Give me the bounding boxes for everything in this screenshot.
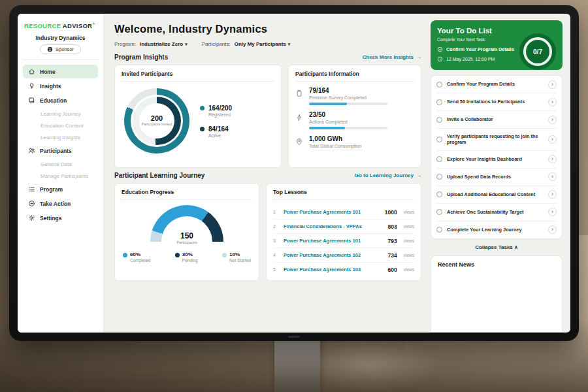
- check-more-insights-link[interactable]: Check More Insights →: [363, 54, 421, 60]
- education-legend: 60% Completed 30% Pending: [122, 252, 252, 263]
- legend-dot: [175, 253, 180, 257]
- todo-task[interactable]: Send 50 Invitations to Participants ›: [436, 93, 557, 111]
- survey-progress-bar: [309, 103, 387, 105]
- lesson-views-word: views: [404, 253, 414, 257]
- stat-actions: 23/50 Actions Completed: [295, 111, 414, 129]
- task-checkbox[interactable]: [436, 117, 442, 123]
- todo-task[interactable]: Complete Your Learning Journey ›: [436, 221, 557, 238]
- task-checkbox[interactable]: [436, 174, 442, 180]
- invited-participants-card: Invited Participants 200 Participants In…: [114, 65, 282, 168]
- sidebar-item-learning-journey[interactable]: Learning Journey: [23, 108, 98, 120]
- task-checkbox[interactable]: [436, 82, 442, 88]
- todo-task[interactable]: Verify participants requesting to join t…: [436, 129, 557, 151]
- list-icon: [28, 186, 35, 193]
- lesson-link[interactable]: Financial Considerations - VPPAs: [284, 223, 383, 229]
- todo-task[interactable]: Invite a Collaborator ›: [436, 111, 557, 129]
- legend-completed: 60% Completed: [123, 252, 150, 263]
- sidebar-item-participants[interactable]: Participants: [23, 144, 98, 157]
- chevron-right-icon[interactable]: ›: [548, 135, 557, 144]
- chevron-right-icon[interactable]: ›: [548, 225, 557, 234]
- lesson-link[interactable]: Power Purchase Agreements 102: [284, 252, 383, 258]
- sponsor-icon: [47, 46, 53, 52]
- todo-task[interactable]: Upload Spend Data Records ›: [436, 169, 557, 186]
- lesson-link[interactable]: Power Purchase Agreements 101: [284, 209, 380, 215]
- card-title: Top Lessons: [273, 189, 414, 200]
- lesson-link[interactable]: Power Purchase Agreements 103: [284, 267, 383, 272]
- sidebar-item-education-content[interactable]: Education Content: [23, 120, 98, 131]
- participants-filter-label: Participants:: [202, 41, 231, 47]
- task-checkbox[interactable]: [436, 137, 442, 142]
- lesson-row: 4 Power Purchase Agreements 102 734 view…: [273, 248, 414, 263]
- lesson-link[interactable]: Power Purchase Agreements 101: [284, 238, 383, 244]
- todo-task[interactable]: Upload Additional Educational Content ›: [436, 186, 557, 204]
- todo-due-label: 12 May 2025, 12:00 PM: [446, 57, 495, 61]
- lesson-views-word: views: [404, 267, 414, 272]
- chevron-down-icon: ▾: [288, 42, 291, 47]
- chevron-right-icon[interactable]: ›: [548, 190, 557, 199]
- sidebar-item-general-data[interactable]: General Data: [23, 158, 98, 170]
- lesson-row: 5 Power Purchase Agreements 103 600 view…: [273, 263, 414, 276]
- sidebar-item-education[interactable]: Education: [23, 93, 98, 107]
- todo-task[interactable]: Explore Your Insights Dashboard ›: [436, 151, 557, 169]
- chevron-right-icon[interactable]: ›: [548, 172, 557, 181]
- sidebar-item-home[interactable]: Home: [23, 65, 98, 78]
- actions-progress-bar: [309, 127, 387, 129]
- sidebar-item-take-action[interactable]: Take Action: [23, 197, 98, 210]
- clipboard-icon: [295, 87, 304, 105]
- participants-information-card: Participants Information 79/164 Emission…: [288, 65, 421, 168]
- location-pin-icon: [295, 135, 304, 151]
- sidebar-item-manage-participants[interactable]: Manage Participants: [23, 170, 98, 182]
- chevron-right-icon[interactable]: ›: [548, 155, 557, 163]
- gauge-value: 150: [150, 231, 223, 240]
- org-name: Industry Dynamics: [23, 35, 98, 41]
- legend-registered: 164/200 Registered: [200, 105, 232, 117]
- legend-value: 30%: [182, 252, 198, 257]
- sidebar-item-learning-insights[interactable]: Learning Insights: [23, 131, 98, 143]
- task-label: Upload Spend Data Records: [447, 174, 544, 180]
- sidebar-nav: Home Insights Education Learning Journey…: [23, 65, 98, 225]
- task-label: Explore Your Insights Dashboard: [447, 156, 544, 163]
- task-checkbox[interactable]: [436, 209, 442, 215]
- sidebar: RESOURCE ADVISOR+ Industry Dynamics Spon…: [18, 14, 104, 333]
- participants-select[interactable]: Only My Participants ▾: [235, 41, 291, 47]
- sidebar-item-settings[interactable]: Settings: [23, 211, 98, 225]
- stat-label: Actions Completed: [309, 120, 387, 124]
- task-checkbox[interactable]: [436, 191, 442, 197]
- program-filter-label: Program:: [114, 41, 136, 47]
- logo-advisor: ADVISOR: [63, 22, 92, 29]
- todo-task[interactable]: Confirm Your Program Details ›: [436, 76, 557, 93]
- nav-label: Settings: [40, 215, 62, 221]
- todo-task[interactable]: Achieve One Sustainability Target ›: [436, 204, 557, 221]
- stat-label: Total Global Consumption: [309, 144, 361, 148]
- card-title: Participants Information: [295, 71, 414, 82]
- task-checkbox[interactable]: [436, 99, 442, 105]
- chevron-right-icon[interactable]: ›: [548, 80, 557, 89]
- stat-value: 79/164: [309, 87, 387, 94]
- arrow-right-icon: →: [416, 172, 421, 178]
- todo-next-task[interactable]: Confirm Your Program Details: [437, 46, 523, 52]
- participants-select-value: Only My Participants: [235, 41, 286, 47]
- legend-dot: [200, 127, 204, 131]
- sidebar-item-program[interactable]: Program: [23, 182, 98, 196]
- go-to-learning-journey-link[interactable]: Go to Learning Journey →: [355, 172, 421, 178]
- sidebar-item-insights[interactable]: Insights: [23, 79, 98, 93]
- legend-label: Not Started: [229, 258, 251, 263]
- legend-value: 60%: [130, 252, 150, 257]
- lesson-rank: 3: [273, 238, 278, 243]
- desk-background: RESOURCE ADVISOR+ Industry Dynamics Spon…: [0, 0, 588, 392]
- legend-not-started: 10% Not Started: [222, 252, 251, 263]
- chevron-right-icon[interactable]: ›: [548, 98, 557, 106]
- chevron-right-icon[interactable]: ›: [548, 116, 557, 124]
- collapse-tasks-link[interactable]: Collapse Tasks ∧: [431, 239, 563, 254]
- dashboard-app: RESOURCE ADVISOR+ Industry Dynamics Spon…: [18, 14, 570, 333]
- sponsor-badge[interactable]: Sponsor: [40, 44, 81, 54]
- lesson-views-count: 803: [388, 223, 397, 230]
- task-checkbox[interactable]: [436, 227, 442, 233]
- lesson-row: 2 Financial Considerations - VPPAs 803 v…: [273, 220, 414, 234]
- education-gauge-chart: 150 Participants: [150, 205, 223, 242]
- chevron-right-icon[interactable]: ›: [548, 208, 557, 216]
- program-select[interactable]: Industrialize Zero ▾: [140, 41, 188, 47]
- sponsor-badge-label: Sponsor: [56, 46, 74, 52]
- task-checkbox[interactable]: [436, 156, 442, 162]
- task-label: Confirm Your Program Details: [447, 81, 544, 88]
